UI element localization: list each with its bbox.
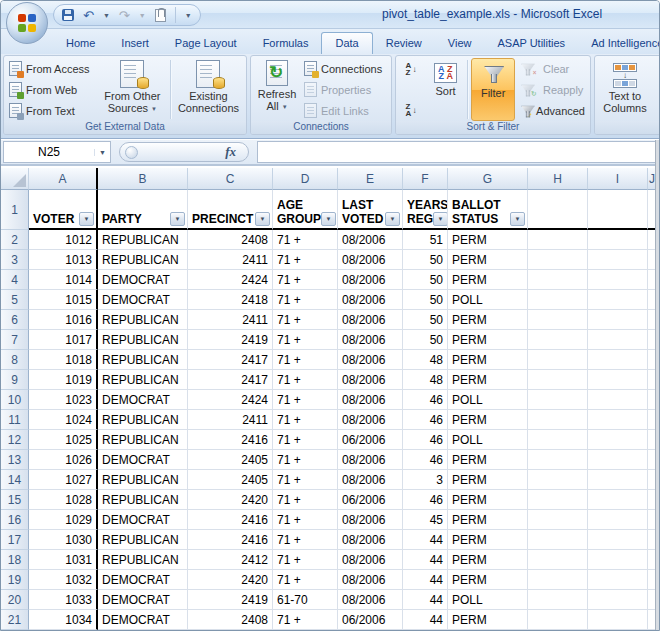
cell[interactable]	[528, 470, 588, 490]
cell[interactable]: 51	[403, 230, 448, 250]
cell[interactable]: 48	[403, 350, 448, 370]
tab-home[interactable]: Home	[53, 33, 108, 54]
cell[interactable]	[588, 450, 648, 470]
cell[interactable]: DEMOCRAT	[98, 570, 188, 590]
cell[interactable]: 44	[403, 590, 448, 610]
cell[interactable]	[528, 450, 588, 470]
tab-page-layout[interactable]: Page Layout	[162, 33, 250, 54]
from-web-button[interactable]: From Web	[6, 80, 97, 99]
cell[interactable]: POLL	[448, 390, 528, 410]
cell[interactable]: PERM	[448, 230, 528, 250]
cell[interactable]	[588, 550, 648, 570]
cell[interactable]	[528, 550, 588, 570]
cell[interactable]: 46	[403, 490, 448, 510]
cell[interactable]: 08/2006	[338, 290, 403, 310]
cell[interactable]: PERM	[448, 270, 528, 290]
cell[interactable]: 1034	[29, 610, 98, 630]
cell[interactable]: 1024	[29, 410, 98, 430]
autofilter-button[interactable]: ▼	[170, 212, 185, 226]
column-header-A[interactable]: A	[29, 168, 98, 190]
row-header-18[interactable]: 18	[1, 550, 29, 570]
cell[interactable]: 50	[403, 310, 448, 330]
cell[interactable]: PERM	[448, 250, 528, 270]
cell[interactable]: 2417	[188, 350, 273, 370]
properties-button[interactable]: Properties	[301, 80, 387, 99]
column-header-F[interactable]: F	[403, 168, 448, 190]
row-header-15[interactable]: 15	[1, 490, 29, 510]
header-cell[interactable]: LASTVOTED▼	[338, 190, 403, 230]
cell[interactable]: PERM	[448, 370, 528, 390]
customize-qat-icon[interactable]: ▼	[185, 12, 192, 19]
formula-bar-grip[interactable]	[125, 146, 138, 159]
tab-asap-utilities[interactable]: ASAP Utilities	[484, 33, 578, 54]
cell[interactable]	[588, 530, 648, 550]
cell[interactable]: 1027	[29, 470, 98, 490]
cell[interactable]: 2424	[188, 390, 273, 410]
cell[interactable]: 44	[403, 550, 448, 570]
cell[interactable]: 50	[403, 270, 448, 290]
select-all-button[interactable]	[1, 168, 29, 190]
sort-ascending-button[interactable]: AZ ↓	[398, 59, 424, 79]
cell[interactable]: 1028	[29, 490, 98, 510]
cell[interactable]: REPUBLICAN	[98, 370, 188, 390]
cell[interactable]: 1030	[29, 530, 98, 550]
cell[interactable]: REPUBLICAN	[98, 250, 188, 270]
cell[interactable]: 08/2006	[338, 250, 403, 270]
cell[interactable]: REPUBLICAN	[98, 530, 188, 550]
cell[interactable]	[588, 490, 648, 510]
cell[interactable]	[588, 250, 648, 270]
existing-connections-button[interactable]: Existing Connections	[173, 58, 244, 121]
cell[interactable]: 08/2006	[338, 510, 403, 530]
cell[interactable]: 71 +	[273, 290, 338, 310]
cell[interactable]	[528, 290, 588, 310]
cell[interactable]: 08/2006	[338, 530, 403, 550]
cell[interactable]: POLL	[448, 430, 528, 450]
cell[interactable]: PERM	[448, 510, 528, 530]
cell[interactable]: 50	[403, 250, 448, 270]
cell[interactable]: PERM	[448, 330, 528, 350]
cell[interactable]: 08/2006	[338, 450, 403, 470]
cell[interactable]: 1013	[29, 250, 98, 270]
autofilter-button[interactable]: ▼	[79, 212, 94, 226]
cell[interactable]: 45	[403, 510, 448, 530]
cell[interactable]	[588, 470, 648, 490]
cell[interactable]: PERM	[448, 550, 528, 570]
redo-dropdown-icon[interactable]: ▼	[139, 12, 146, 19]
row-header-7[interactable]: 7	[1, 330, 29, 350]
cell[interactable]: 44	[403, 570, 448, 590]
tab-formulas[interactable]: Formulas	[250, 33, 322, 54]
row-header-11[interactable]: 11	[1, 410, 29, 430]
row-header-8[interactable]: 8	[1, 350, 29, 370]
reapply-filter-button[interactable]: ↻ Reapply	[518, 80, 588, 99]
cell[interactable]: 08/2006	[338, 370, 403, 390]
cell[interactable]: 08/2006	[338, 390, 403, 410]
cell[interactable]: 3	[403, 470, 448, 490]
autofilter-button[interactable]: ▼	[510, 212, 525, 226]
cell[interactable]: 1033	[29, 590, 98, 610]
cell[interactable]: PERM	[448, 610, 528, 630]
row-header-12[interactable]: 12	[1, 430, 29, 450]
cell[interactable]: PERM	[448, 530, 528, 550]
cell[interactable]	[528, 610, 588, 630]
cell[interactable]	[528, 310, 588, 330]
save-icon[interactable]	[62, 9, 74, 21]
cell[interactable]: 2411	[188, 250, 273, 270]
cell[interactable]: 08/2006	[338, 350, 403, 370]
cell[interactable]: 61-70	[273, 590, 338, 610]
cell[interactable]: 46	[403, 410, 448, 430]
cell[interactable]: 46	[403, 390, 448, 410]
column-header-G[interactable]: G	[448, 168, 528, 190]
cell[interactable]: 1023	[29, 390, 98, 410]
header-cell[interactable]: BALLOTSTATUS▼	[448, 190, 528, 230]
cell[interactable]: 1025	[29, 430, 98, 450]
column-header-H[interactable]: H	[528, 168, 588, 190]
cell[interactable]	[588, 390, 648, 410]
cell[interactable]: 1031	[29, 550, 98, 570]
cell[interactable]: 71 +	[273, 510, 338, 530]
cell[interactable]: 06/2006	[338, 490, 403, 510]
cell[interactable]: 71 +	[273, 470, 338, 490]
row-header-5[interactable]: 5	[1, 290, 29, 310]
cell[interactable]: 44	[403, 530, 448, 550]
undo-icon[interactable]: ↶	[83, 9, 94, 22]
cell[interactable]: 2412	[188, 550, 273, 570]
